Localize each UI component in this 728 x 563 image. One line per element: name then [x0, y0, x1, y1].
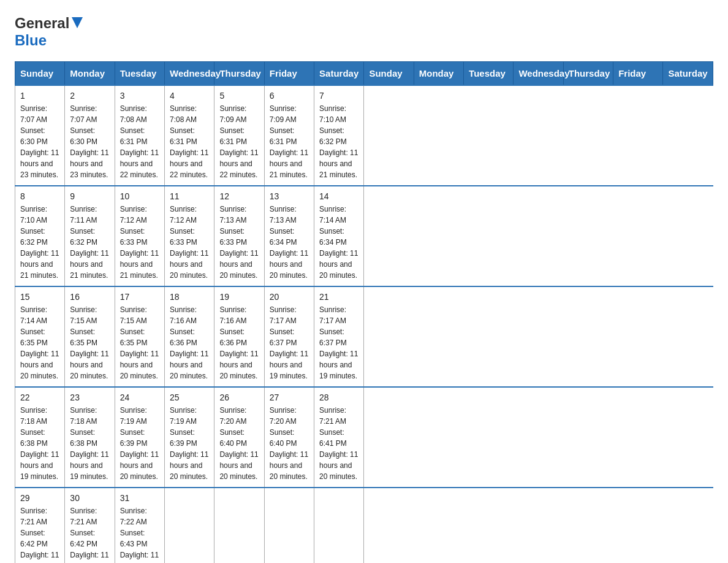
day-number: 31: [120, 493, 159, 503]
calendar-cell: 18Sunrise: 7:16 AMSunset: 6:36 PMDayligh…: [165, 286, 214, 387]
day-info: Sunrise: 7:14 AMSunset: 6:34 PMDaylight:…: [319, 204, 358, 281]
day-number: 15: [20, 292, 59, 302]
calendar-cell: 7Sunrise: 7:10 AMSunset: 6:32 PMDaylight…: [314, 85, 364, 186]
day-number: 6: [270, 91, 309, 101]
day-info: Sunrise: 7:09 AMSunset: 6:31 PMDaylight:…: [270, 103, 309, 180]
calendar-cell: 14Sunrise: 7:14 AMSunset: 6:34 PMDayligh…: [314, 186, 364, 286]
col-header-monday: Monday: [65, 62, 115, 86]
day-number: 21: [319, 292, 358, 302]
logo-triangle-icon: [72, 17, 83, 31]
day-number: 24: [120, 393, 159, 402]
svg-marker-0: [72, 17, 83, 28]
day-number: 10: [120, 191, 159, 201]
col-header-monday: Monday: [414, 62, 463, 86]
day-info: Sunrise: 7:16 AMSunset: 6:36 PMDaylight:…: [170, 304, 209, 381]
col-header-sunday: Sunday: [15, 62, 65, 86]
calendar-cell: 16Sunrise: 7:15 AMSunset: 6:35 PMDayligh…: [65, 286, 115, 387]
day-info: Sunrise: 7:12 AMSunset: 6:33 PMDaylight:…: [170, 204, 209, 281]
col-header-wednesday: Wednesday: [514, 62, 563, 86]
calendar-cell: 8Sunrise: 7:10 AMSunset: 6:32 PMDaylight…: [15, 186, 65, 286]
day-info: Sunrise: 7:10 AMSunset: 6:32 PMDaylight:…: [319, 103, 358, 180]
day-info: Sunrise: 7:16 AMSunset: 6:36 PMDaylight:…: [219, 304, 259, 381]
calendar-cell: 31Sunrise: 7:22 AMSunset: 6:43 PMDayligh…: [115, 488, 164, 563]
day-number: 12: [219, 191, 259, 201]
col-header-friday: Friday: [613, 62, 663, 86]
col-header-saturday: Saturday: [314, 62, 364, 86]
day-number: 18: [170, 292, 209, 302]
day-number: 25: [170, 393, 209, 402]
day-number: 22: [20, 393, 59, 402]
calendar-cell: 4Sunrise: 7:08 AMSunset: 6:31 PMDaylight…: [165, 85, 214, 186]
calendar-cell: 6Sunrise: 7:09 AMSunset: 6:31 PMDaylight…: [264, 85, 314, 186]
col-header-wednesday: Wednesday: [165, 62, 214, 86]
day-number: 13: [270, 191, 309, 201]
calendar-week-row: 8Sunrise: 7:10 AMSunset: 6:32 PMDaylight…: [15, 186, 713, 286]
day-info: Sunrise: 7:11 AMSunset: 6:32 PMDaylight:…: [70, 204, 109, 281]
day-number: 5: [219, 91, 259, 101]
day-info: Sunrise: 7:21 AMSunset: 6:42 PMDaylight:…: [70, 505, 109, 563]
day-number: 23: [70, 393, 109, 402]
day-number: 20: [270, 292, 309, 302]
calendar-header-row: SundayMondayTuesdayWednesdayThursdayFrid…: [15, 62, 713, 86]
col-header-friday: Friday: [264, 62, 314, 86]
day-info: Sunrise: 7:15 AMSunset: 6:35 PMDaylight:…: [70, 304, 109, 381]
logo-blue-text: Blue: [15, 32, 47, 48]
day-number: 1: [20, 91, 59, 101]
day-info: Sunrise: 7:14 AMSunset: 6:35 PMDaylight:…: [20, 304, 59, 381]
day-number: 7: [319, 91, 358, 101]
col-header-tuesday: Tuesday: [115, 62, 164, 86]
day-info: Sunrise: 7:20 AMSunset: 6:40 PMDaylight:…: [270, 405, 309, 482]
calendar-cell: 28Sunrise: 7:21 AMSunset: 6:41 PMDayligh…: [314, 387, 364, 488]
calendar-table: SundayMondayTuesdayWednesdayThursdayFrid…: [15, 61, 713, 563]
calendar-week-row: 22Sunrise: 7:18 AMSunset: 6:38 PMDayligh…: [15, 387, 713, 488]
day-info: Sunrise: 7:21 AMSunset: 6:41 PMDaylight:…: [319, 405, 358, 482]
day-info: Sunrise: 7:08 AMSunset: 6:31 PMDaylight:…: [120, 103, 159, 180]
day-number: 17: [120, 292, 159, 302]
day-info: Sunrise: 7:10 AMSunset: 6:32 PMDaylight:…: [20, 204, 59, 281]
col-header-saturday: Saturday: [663, 62, 713, 86]
col-header-thursday: Thursday: [563, 62, 613, 86]
calendar-cell: 2Sunrise: 7:07 AMSunset: 6:30 PMDaylight…: [65, 85, 115, 186]
col-header-tuesday: Tuesday: [464, 62, 514, 86]
calendar-cell: 13Sunrise: 7:13 AMSunset: 6:34 PMDayligh…: [264, 186, 314, 286]
calendar-cell: 10Sunrise: 7:12 AMSunset: 6:33 PMDayligh…: [115, 186, 164, 286]
calendar-cell: 30Sunrise: 7:21 AMSunset: 6:42 PMDayligh…: [65, 488, 115, 563]
calendar-cell: 17Sunrise: 7:15 AMSunset: 6:35 PMDayligh…: [115, 286, 164, 387]
calendar-cell: 20Sunrise: 7:17 AMSunset: 6:37 PMDayligh…: [264, 286, 314, 387]
day-info: Sunrise: 7:17 AMSunset: 6:37 PMDaylight:…: [270, 304, 309, 381]
day-info: Sunrise: 7:13 AMSunset: 6:33 PMDaylight:…: [219, 204, 259, 281]
day-info: Sunrise: 7:17 AMSunset: 6:37 PMDaylight:…: [319, 304, 358, 381]
calendar-cell: 11Sunrise: 7:12 AMSunset: 6:33 PMDayligh…: [165, 186, 214, 286]
calendar-cell: 23Sunrise: 7:18 AMSunset: 6:38 PMDayligh…: [65, 387, 115, 488]
day-info: Sunrise: 7:19 AMSunset: 6:39 PMDaylight:…: [120, 405, 159, 482]
col-header-sunday: Sunday: [364, 62, 414, 86]
calendar-cell: 5Sunrise: 7:09 AMSunset: 6:31 PMDaylight…: [214, 85, 264, 186]
day-number: 11: [170, 191, 209, 201]
calendar-cell: 15Sunrise: 7:14 AMSunset: 6:35 PMDayligh…: [15, 286, 65, 387]
calendar-cell: 25Sunrise: 7:19 AMSunset: 6:39 PMDayligh…: [165, 387, 214, 488]
day-info: Sunrise: 7:18 AMSunset: 6:38 PMDaylight:…: [20, 405, 59, 482]
day-number: 30: [70, 493, 109, 503]
col-header-thursday: Thursday: [214, 62, 264, 86]
calendar-cell: 19Sunrise: 7:16 AMSunset: 6:36 PMDayligh…: [214, 286, 264, 387]
calendar-cell: 22Sunrise: 7:18 AMSunset: 6:38 PMDayligh…: [15, 387, 65, 488]
day-info: Sunrise: 7:13 AMSunset: 6:34 PMDaylight:…: [270, 204, 309, 281]
day-info: Sunrise: 7:21 AMSunset: 6:42 PMDaylight:…: [20, 505, 59, 563]
day-info: Sunrise: 7:12 AMSunset: 6:33 PMDaylight:…: [120, 204, 159, 281]
calendar-cell: 27Sunrise: 7:20 AMSunset: 6:40 PMDayligh…: [264, 387, 314, 488]
day-number: 19: [219, 292, 259, 302]
day-number: 2: [70, 91, 109, 101]
calendar-cell: 9Sunrise: 7:11 AMSunset: 6:32 PMDaylight…: [65, 186, 115, 286]
day-number: 8: [20, 191, 59, 201]
calendar-cell: [264, 488, 314, 563]
day-number: 4: [170, 91, 209, 101]
day-info: Sunrise: 7:22 AMSunset: 6:43 PMDaylight:…: [120, 505, 159, 563]
calendar-cell: 21Sunrise: 7:17 AMSunset: 6:37 PMDayligh…: [314, 286, 364, 387]
day-number: 29: [20, 493, 59, 503]
day-number: 3: [120, 91, 159, 101]
calendar-cell: [165, 488, 214, 563]
logo: General Blue: [15, 15, 83, 49]
logo-general-text: General: [15, 15, 69, 32]
calendar-cell: 1Sunrise: 7:07 AMSunset: 6:30 PMDaylight…: [15, 85, 65, 186]
day-info: Sunrise: 7:07 AMSunset: 6:30 PMDaylight:…: [20, 103, 59, 180]
